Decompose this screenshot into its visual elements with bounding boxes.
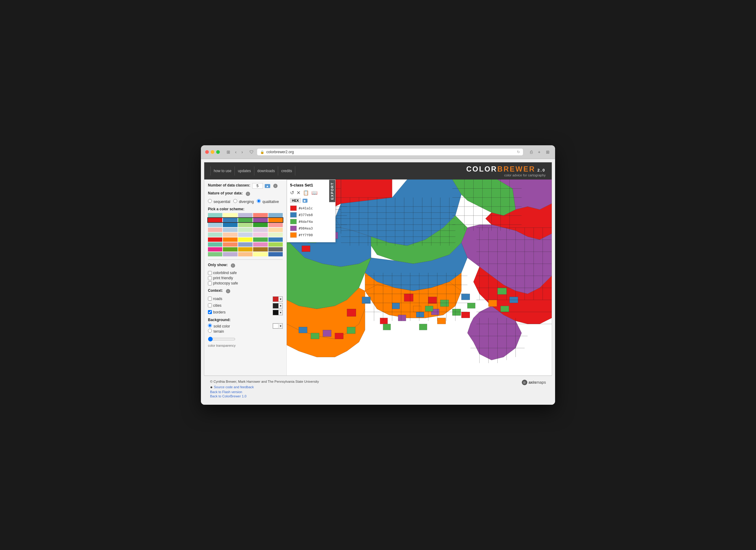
- svg-rect-132: [323, 330, 331, 337]
- palette-cell: [253, 247, 267, 252]
- app-main: Number of data classes: ▲ i Nature of yo…: [204, 180, 552, 375]
- export-title: 5-class Set1: [290, 183, 332, 188]
- new-tab-button[interactable]: +: [537, 149, 542, 155]
- flash-version-link[interactable]: Back to Flash version: [210, 390, 319, 394]
- close-button[interactable]: [205, 150, 209, 154]
- source-code-link[interactable]: Source code and feedback: [214, 385, 254, 389]
- share-button[interactable]: ⎙: [529, 149, 534, 155]
- palette-cell: [223, 223, 237, 227]
- sidebar-toggle-button[interactable]: ⊞: [225, 149, 231, 155]
- radio-qualitative[interactable]: qualitative: [257, 199, 279, 204]
- radio-sequential[interactable]: sequential: [208, 199, 230, 204]
- browser-titlebar: ⊞ ‹ › 🛡 🔒 colorbrewer2.org ↻ ⎙ + ⊞: [201, 145, 555, 159]
- logo-color-text: COLOR: [466, 165, 497, 173]
- svg-rect-109: [302, 246, 310, 252]
- palette-cell: [208, 213, 222, 217]
- axismaps-logo: ◎ axismaps: [522, 380, 546, 385]
- footer-links: ● Source code and feedback Back to Flash…: [210, 384, 319, 398]
- svg-rect-113: [500, 306, 509, 312]
- bg-terrain[interactable]: terrain: [208, 329, 224, 333]
- svg-rect-110: [497, 288, 507, 295]
- maximize-button[interactable]: [216, 150, 220, 154]
- palette-cell: [208, 218, 222, 222]
- palette-cell: [223, 238, 237, 242]
- palette-row-5[interactable]: [208, 238, 283, 242]
- palette-cell: [253, 213, 267, 217]
- palette-cell: [208, 238, 222, 242]
- background-label: Background:: [208, 318, 231, 322]
- export-vertical-btn[interactable]: EXPORT: [329, 180, 335, 202]
- browser-window: ⊞ ‹ › 🛡 🔒 colorbrewer2.org ↻ ⎙ + ⊞ how t…: [201, 145, 555, 404]
- only-show-info[interactable]: i: [231, 264, 235, 268]
- svg-rect-31: [437, 318, 446, 324]
- svg-rect-133: [335, 333, 343, 339]
- context-borders[interactable]: borders: [208, 310, 226, 314]
- palette-row-3[interactable]: [208, 228, 283, 232]
- filter-colorblind[interactable]: colorblind safe: [208, 271, 283, 275]
- filter-photocopy[interactable]: photocopy safe: [208, 281, 283, 285]
- hex-copy-btn[interactable]: ▶: [303, 199, 307, 203]
- num-classes-spin[interactable]: ▲: [265, 184, 270, 188]
- export-book-btn[interactable]: 📖: [311, 190, 318, 196]
- borders-color-btn[interactable]: ▼: [273, 310, 283, 315]
- context-roads[interactable]: roads: [208, 297, 222, 301]
- colorbrewer1-link[interactable]: Back to ColorBrewer 1.0: [210, 394, 319, 398]
- context-info[interactable]: i: [226, 289, 230, 293]
- svg-rect-112: [489, 300, 497, 307]
- palette-cell: [268, 247, 283, 252]
- context-roads-row: roads ▼: [208, 296, 283, 302]
- svg-rect-19: [404, 294, 413, 301]
- axismaps-icon: ◎: [522, 380, 527, 385]
- footer: © Cynthia Brewer, Mark Harrower and The …: [204, 376, 552, 402]
- nav-how-to-use[interactable]: how to use: [210, 166, 235, 176]
- color-hex-2: #4daf4a: [299, 220, 313, 224]
- export-x-btn[interactable]: ✕: [296, 190, 300, 196]
- url-bar[interactable]: 🔒 colorbrewer2.org ↻: [257, 148, 523, 156]
- radio-diverging[interactable]: diverging: [233, 199, 254, 204]
- palette-cell: [208, 233, 222, 237]
- minimize-button[interactable]: [211, 150, 214, 154]
- palette-row-7[interactable]: [208, 247, 283, 252]
- palette-cell: [253, 218, 267, 222]
- palette-row-4[interactable]: [208, 233, 283, 237]
- filter-print[interactable]: print friendly: [208, 276, 283, 280]
- palette-cell: [223, 242, 237, 247]
- num-classes-info[interactable]: i: [273, 184, 278, 188]
- map-panel: 5-class Set1 ↺ ✕ 📋 📖 HEX ▶: [287, 180, 552, 375]
- reload-icon[interactable]: ↻: [517, 150, 520, 154]
- palette-row-6[interactable]: [208, 242, 283, 247]
- transparency-slider[interactable]: [208, 337, 235, 341]
- nature-info[interactable]: i: [246, 192, 250, 196]
- num-classes-row: Number of data classes: ▲ i: [208, 183, 283, 189]
- color-list: #e41a1c #377eb8 #4daf4a: [290, 206, 332, 238]
- palette-row-1[interactable]: [208, 218, 283, 222]
- palette-row-8[interactable]: [208, 252, 283, 257]
- back-button[interactable]: ‹: [234, 149, 238, 155]
- context-cities[interactable]: cities: [208, 303, 221, 308]
- export-clip-btn[interactable]: 📋: [303, 190, 309, 196]
- palette-cell: [238, 242, 253, 247]
- svg-rect-17: [347, 309, 356, 317]
- nav-updates[interactable]: updates: [235, 166, 254, 176]
- svg-rect-128: [461, 312, 470, 318]
- color-scheme-section: Pick a color scheme:: [208, 207, 283, 257]
- nav-credits[interactable]: credits: [278, 166, 295, 176]
- svg-rect-134: [347, 327, 355, 334]
- bg-color-btn[interactable]: ▼: [273, 323, 283, 329]
- palette-cell: [208, 252, 222, 257]
- num-classes-input[interactable]: [252, 183, 263, 189]
- logo-version-text: 2.0: [535, 168, 546, 173]
- palette-cell: [223, 228, 237, 232]
- grid-button[interactable]: ⊞: [545, 149, 551, 155]
- bg-solid[interactable]: solid color: [208, 323, 230, 328]
- nav-downloads[interactable]: downloads: [254, 166, 278, 176]
- palette-cell: [223, 233, 237, 237]
- export-recycle-btn[interactable]: ↺: [290, 190, 294, 196]
- palette-row-2[interactable]: [208, 223, 283, 227]
- forward-button[interactable]: ›: [240, 149, 244, 155]
- palette-cell: [268, 218, 283, 222]
- palette-cell: [238, 213, 253, 217]
- cities-color-btn[interactable]: ▼: [273, 303, 283, 308]
- palette-row-0[interactable]: [208, 213, 283, 217]
- roads-color-btn[interactable]: ▼: [273, 296, 283, 302]
